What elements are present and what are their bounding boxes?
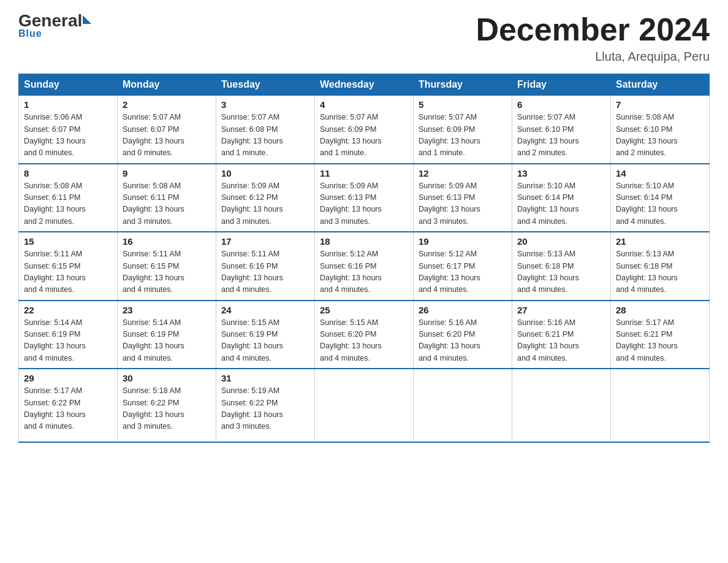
- calendar-cell: 22Sunrise: 5:14 AMSunset: 6:19 PMDayligh…: [19, 301, 118, 369]
- calendar-week-row: 8Sunrise: 5:08 AMSunset: 6:11 PMDaylight…: [19, 164, 710, 232]
- calendar-cell: 13Sunrise: 5:10 AMSunset: 6:14 PMDayligh…: [512, 164, 611, 232]
- calendar-header-wednesday: Wednesday: [315, 74, 414, 96]
- day-number: 5: [419, 99, 507, 110]
- day-number: 12: [419, 168, 507, 178]
- day-info: Sunrise: 5:10 AMSunset: 6:14 PMDaylight:…: [616, 180, 704, 228]
- day-number: 28: [616, 305, 704, 315]
- day-number: 10: [221, 168, 309, 178]
- month-title: December 2024: [476, 12, 710, 47]
- day-number: 13: [517, 168, 605, 178]
- calendar-cell: 16Sunrise: 5:11 AMSunset: 6:15 PMDayligh…: [118, 232, 216, 301]
- day-number: 26: [419, 305, 507, 315]
- day-number: 29: [24, 373, 112, 383]
- calendar-cell: [611, 369, 710, 442]
- calendar-header-row: SundayMondayTuesdayWednesdayThursdayFrid…: [19, 74, 710, 96]
- day-number: 1: [24, 99, 112, 110]
- day-info: Sunrise: 5:15 AMSunset: 6:20 PMDaylight:…: [320, 317, 408, 365]
- day-info: Sunrise: 5:07 AMSunset: 6:09 PMDaylight:…: [419, 112, 507, 159]
- calendar-week-row: 15Sunrise: 5:11 AMSunset: 6:15 PMDayligh…: [19, 232, 710, 301]
- day-info: Sunrise: 5:07 AMSunset: 6:08 PMDaylight:…: [221, 112, 309, 159]
- day-number: 6: [517, 99, 605, 110]
- day-number: 17: [221, 236, 309, 247]
- calendar-cell: 12Sunrise: 5:09 AMSunset: 6:13 PMDayligh…: [414, 164, 512, 232]
- day-number: 3: [221, 99, 309, 110]
- calendar-cell: 15Sunrise: 5:11 AMSunset: 6:15 PMDayligh…: [19, 232, 118, 301]
- day-info: Sunrise: 5:15 AMSunset: 6:19 PMDaylight:…: [221, 317, 309, 365]
- day-info: Sunrise: 5:18 AMSunset: 6:22 PMDaylight:…: [123, 385, 211, 433]
- calendar-cell: 8Sunrise: 5:08 AMSunset: 6:11 PMDaylight…: [19, 164, 118, 232]
- calendar-week-row: 29Sunrise: 5:17 AMSunset: 6:22 PMDayligh…: [19, 369, 710, 442]
- calendar-cell: 11Sunrise: 5:09 AMSunset: 6:13 PMDayligh…: [315, 164, 414, 232]
- calendar-week-row: 22Sunrise: 5:14 AMSunset: 6:19 PMDayligh…: [19, 301, 710, 369]
- page-header: General Blue December 2024 Lluta, Arequi…: [18, 12, 710, 64]
- day-info: Sunrise: 5:08 AMSunset: 6:11 PMDaylight:…: [123, 180, 211, 228]
- calendar-header-monday: Monday: [118, 74, 216, 96]
- calendar-cell: 27Sunrise: 5:16 AMSunset: 6:21 PMDayligh…: [512, 301, 611, 369]
- day-info: Sunrise: 5:11 AMSunset: 6:16 PMDaylight:…: [221, 248, 309, 296]
- calendar-header-saturday: Saturday: [611, 74, 710, 96]
- day-info: Sunrise: 5:07 AMSunset: 6:07 PMDaylight:…: [123, 112, 211, 159]
- day-number: 23: [123, 305, 211, 315]
- day-number: 25: [320, 305, 408, 315]
- day-info: Sunrise: 5:17 AMSunset: 6:21 PMDaylight:…: [616, 317, 704, 365]
- calendar-header-thursday: Thursday: [414, 74, 512, 96]
- day-info: Sunrise: 5:13 AMSunset: 6:18 PMDaylight:…: [616, 248, 704, 296]
- day-info: Sunrise: 5:14 AMSunset: 6:19 PMDaylight:…: [123, 317, 211, 365]
- logo-general-text: General: [18, 12, 82, 29]
- day-info: Sunrise: 5:11 AMSunset: 6:15 PMDaylight:…: [123, 248, 211, 296]
- day-number: 11: [320, 168, 408, 178]
- day-number: 19: [419, 236, 507, 247]
- title-block: December 2024 Lluta, Arequipa, Peru: [476, 12, 710, 64]
- calendar-cell: 20Sunrise: 5:13 AMSunset: 6:18 PMDayligh…: [512, 232, 611, 301]
- calendar-cell: 19Sunrise: 5:12 AMSunset: 6:17 PMDayligh…: [414, 232, 512, 301]
- day-info: Sunrise: 5:07 AMSunset: 6:10 PMDaylight:…: [517, 112, 605, 159]
- calendar-header-sunday: Sunday: [19, 74, 118, 96]
- logo: General Blue: [18, 12, 92, 39]
- calendar-cell: [512, 369, 611, 442]
- day-number: 21: [616, 236, 704, 247]
- calendar-cell: 24Sunrise: 5:15 AMSunset: 6:19 PMDayligh…: [216, 301, 315, 369]
- calendar-cell: 7Sunrise: 5:08 AMSunset: 6:10 PMDaylight…: [611, 96, 710, 164]
- day-info: Sunrise: 5:07 AMSunset: 6:09 PMDaylight:…: [320, 112, 408, 159]
- calendar-cell: 18Sunrise: 5:12 AMSunset: 6:16 PMDayligh…: [315, 232, 414, 301]
- day-number: 15: [24, 236, 112, 247]
- day-info: Sunrise: 5:14 AMSunset: 6:19 PMDaylight:…: [24, 317, 112, 365]
- calendar-cell: [315, 369, 414, 442]
- calendar-cell: 10Sunrise: 5:09 AMSunset: 6:12 PMDayligh…: [216, 164, 315, 232]
- day-number: 8: [24, 168, 112, 178]
- day-number: 4: [320, 99, 408, 110]
- calendar-table: SundayMondayTuesdayWednesdayThursdayFrid…: [18, 74, 710, 443]
- day-info: Sunrise: 5:12 AMSunset: 6:17 PMDaylight:…: [419, 248, 507, 296]
- day-info: Sunrise: 5:10 AMSunset: 6:14 PMDaylight:…: [517, 180, 605, 228]
- location-label: Lluta, Arequipa, Peru: [476, 50, 710, 64]
- calendar-cell: 21Sunrise: 5:13 AMSunset: 6:18 PMDayligh…: [611, 232, 710, 301]
- day-number: 9: [123, 168, 211, 178]
- calendar-cell: 17Sunrise: 5:11 AMSunset: 6:16 PMDayligh…: [216, 232, 315, 301]
- day-number: 7: [616, 99, 704, 110]
- day-info: Sunrise: 5:08 AMSunset: 6:10 PMDaylight:…: [616, 112, 704, 159]
- day-info: Sunrise: 5:09 AMSunset: 6:13 PMDaylight:…: [320, 180, 408, 228]
- day-info: Sunrise: 5:17 AMSunset: 6:22 PMDaylight:…: [24, 385, 112, 433]
- day-info: Sunrise: 5:11 AMSunset: 6:15 PMDaylight:…: [24, 248, 112, 296]
- day-info: Sunrise: 5:16 AMSunset: 6:21 PMDaylight:…: [517, 317, 605, 365]
- calendar-cell: 23Sunrise: 5:14 AMSunset: 6:19 PMDayligh…: [118, 301, 216, 369]
- day-number: 18: [320, 236, 408, 247]
- calendar-cell: 25Sunrise: 5:15 AMSunset: 6:20 PMDayligh…: [315, 301, 414, 369]
- day-info: Sunrise: 5:08 AMSunset: 6:11 PMDaylight:…: [24, 180, 112, 228]
- day-number: 14: [616, 168, 704, 178]
- day-number: 27: [517, 305, 605, 315]
- calendar-cell: 5Sunrise: 5:07 AMSunset: 6:09 PMDaylight…: [414, 96, 512, 164]
- day-info: Sunrise: 5:12 AMSunset: 6:16 PMDaylight:…: [320, 248, 408, 296]
- calendar-cell: 31Sunrise: 5:19 AMSunset: 6:22 PMDayligh…: [216, 369, 315, 442]
- calendar-cell: 2Sunrise: 5:07 AMSunset: 6:07 PMDaylight…: [118, 96, 216, 164]
- day-number: 16: [123, 236, 211, 247]
- calendar-cell: 4Sunrise: 5:07 AMSunset: 6:09 PMDaylight…: [315, 96, 414, 164]
- day-number: 24: [221, 305, 309, 315]
- calendar-cell: 28Sunrise: 5:17 AMSunset: 6:21 PMDayligh…: [611, 301, 710, 369]
- day-info: Sunrise: 5:13 AMSunset: 6:18 PMDaylight:…: [517, 248, 605, 296]
- day-number: 20: [517, 236, 605, 247]
- calendar-header-friday: Friday: [512, 74, 611, 96]
- logo-underline: Blue: [18, 28, 42, 39]
- day-number: 30: [123, 373, 211, 383]
- calendar-cell: 26Sunrise: 5:16 AMSunset: 6:20 PMDayligh…: [414, 301, 512, 369]
